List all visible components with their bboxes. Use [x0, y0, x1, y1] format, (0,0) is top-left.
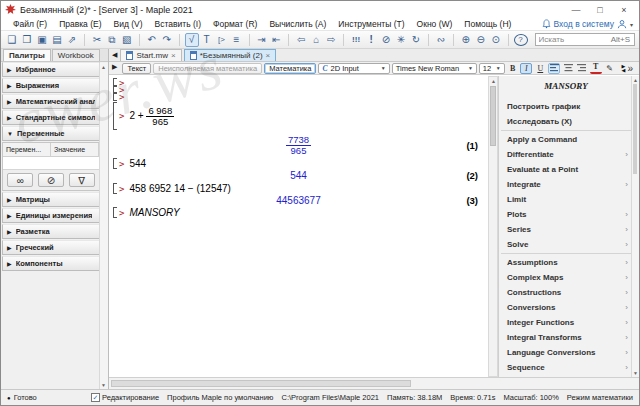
scroll-down-icon[interactable]: ▼ [633, 370, 638, 376]
panel-item-evaluate-at-point[interactable]: Evaluate at a Point [499, 162, 633, 177]
input-style-select[interactable]: C2D Input ▼ [318, 63, 389, 74]
menu-help[interactable]: Помощь (H) [458, 19, 517, 29]
input-group-4[interactable]: > MANSORY [113, 207, 484, 218]
menu-view[interactable]: Вид (V) [108, 19, 149, 29]
math-mode-button[interactable]: Математика [264, 63, 316, 74]
variables-col-value[interactable]: Значение [51, 143, 99, 156]
close-tab-icon[interactable]: × [266, 51, 271, 60]
new-document-icon[interactable]: ❑ [5, 33, 19, 47]
copy-icon[interactable]: ⧉ [105, 33, 119, 47]
more-toolbar-icon[interactable]: » [627, 63, 633, 74]
highlight-pencil-icon[interactable]: ✎ [604, 63, 616, 74]
insert-text-icon[interactable]: T [200, 33, 214, 47]
palette-matrices[interactable]: ▶ Матрицы [2, 192, 100, 207]
input-group-1[interactable]: > 2 + 6 968965 [113, 102, 484, 130]
sidebar-scrollbar[interactable]: ▲ ▼ [99, 63, 108, 389]
indent-icon[interactable]: ⇥ [254, 33, 268, 47]
palette-expressions[interactable]: ▶ Выражения [2, 78, 100, 93]
panel-item-integrate[interactable]: Integrate› [499, 177, 633, 192]
input-group-2[interactable]: > 544 [113, 158, 484, 169]
input-group-3[interactable]: > 458 6952 14 − (12547) [113, 183, 484, 194]
menu-evaluate[interactable]: Вычислить (A) [263, 19, 332, 29]
section-nav-icons[interactable]: ▶ ◀ [622, 64, 626, 72]
search-input[interactable] [536, 35, 610, 44]
redo-icon[interactable]: ↷ [160, 33, 174, 47]
math-input-3[interactable]: 458 6952 14 − (12547) [129, 183, 230, 194]
scrollbar-thumb[interactable] [633, 84, 637, 174]
text-mode-button[interactable]: Текст [122, 63, 151, 74]
scrollbar-thumb[interactable] [490, 86, 496, 146]
worksheet-area[interactable]: > > > > 2 + 6 968965 7738965 (1) > 544 5 [109, 76, 488, 377]
scroll-up-icon[interactable]: ▲ [491, 78, 496, 84]
palette-greek[interactable]: ▶ Греческий [2, 240, 100, 255]
palette-components[interactable]: ▶ Компоненты [2, 256, 100, 271]
panel-item-complex-maps[interactable]: Complex Maps› [499, 270, 633, 285]
panel-item-constructions[interactable]: Constructions› [499, 285, 633, 300]
search-box[interactable]: Alt+S [535, 33, 635, 46]
insert-math-icon[interactable]: √ [185, 33, 199, 47]
underline-button[interactable]: U [534, 63, 546, 74]
panel-item-apply-command[interactable]: Apply a Command [499, 132, 633, 147]
align-center-icon[interactable] [562, 63, 574, 74]
menu-file[interactable]: Файл (F) [7, 19, 53, 29]
palette-units[interactable]: ▶ Единицы измерения [2, 208, 100, 223]
menu-edit[interactable]: Правка (E) [53, 19, 107, 29]
filter-variables-icon[interactable]: ∇ [69, 173, 95, 187]
paste-icon[interactable]: ▧ [120, 33, 134, 47]
panel-item-differentiate[interactable]: Differentiate› [499, 147, 633, 162]
palette-layout[interactable]: ▶ Разметка [2, 224, 100, 239]
sign-in-caret[interactable]: ▾ [630, 21, 633, 28]
font-family-select[interactable]: Times New Roman ▼ [392, 63, 477, 74]
tab-untitled-2[interactable]: *Безымянный (2) × [184, 49, 277, 61]
horizontal-scrollbar[interactable] [109, 377, 639, 389]
panel-item-limit[interactable]: Limit [499, 192, 633, 207]
align-left-icon[interactable] [548, 63, 560, 74]
panel-item-language-conversions[interactable]: Language Conversions› [499, 345, 633, 360]
bold-button[interactable]: B [507, 63, 519, 74]
panel-item-explore[interactable]: Исследовать (X) [499, 114, 633, 129]
tab-workbook[interactable]: Workbook [52, 49, 100, 61]
font-color-icon[interactable]: T [590, 63, 602, 74]
sign-in-label[interactable]: Вход в систему [554, 19, 614, 29]
math-input-2[interactable]: 544 [129, 158, 146, 169]
menu-insert[interactable]: Вставить (I) [149, 19, 207, 29]
italic-button[interactable]: I [520, 63, 532, 74]
debug-icon[interactable]: ✳ [394, 33, 408, 47]
scroll-tabs-left-icon[interactable]: ◀ [112, 51, 117, 59]
panel-item-conversions[interactable]: Conversions› [499, 300, 633, 315]
person-icon[interactable] [617, 19, 627, 29]
scrollbar-thumb[interactable] [111, 380, 411, 387]
collapse-sidebar-icon[interactable]: ▶ [112, 63, 117, 71]
panel-item-sequence[interactable]: Sequence› [499, 360, 633, 375]
sign-in-area[interactable]: Вход в систему ▾ [542, 19, 633, 29]
save-icon[interactable]: ▣ [35, 33, 49, 47]
back-icon[interactable]: ⇦ [294, 33, 308, 47]
export-icon[interactable]: ⇗ [65, 33, 79, 47]
execute-all-icon[interactable]: !!! [349, 33, 363, 47]
variables-col-name[interactable]: Перемен... [3, 143, 51, 156]
checkbox-check-icon[interactable]: ✓ [91, 393, 100, 402]
show-variables-icon[interactable]: ∞ [7, 173, 33, 187]
forward-icon[interactable]: ⇨ [324, 33, 338, 47]
panel-item-plots[interactable]: Plots› [499, 207, 633, 222]
panel-scrollbar[interactable]: ▲ ▼ [631, 76, 639, 377]
restart-icon[interactable]: ↻ [409, 33, 423, 47]
tab-startmw[interactable]: Start.mw × [120, 49, 181, 61]
scroll-up-icon[interactable]: ▲ [633, 77, 638, 83]
menu-window[interactable]: Окно (W) [411, 19, 459, 29]
math-input-1[interactable]: 2 + 6 968965 [129, 106, 174, 127]
zoom-reset-icon[interactable]: ⊙ [489, 33, 503, 47]
close-tab-icon[interactable]: × [171, 51, 176, 60]
nonexecutable-math-button[interactable]: Неисполняемая математика [153, 63, 262, 74]
menu-format[interactable]: Формат (R) [207, 19, 263, 29]
undo-icon[interactable]: ↶ [145, 33, 159, 47]
help-icon[interactable]: ? [514, 34, 528, 46]
scroll-down-icon[interactable]: ▼ [101, 382, 106, 388]
home-icon[interactable]: ⌂ [309, 33, 323, 47]
cut-icon[interactable]: ✂ [90, 33, 104, 47]
palette-favorites[interactable]: ▶ Избранное [2, 62, 100, 77]
empty-prompt-group[interactable]: > [113, 92, 484, 101]
font-size-select[interactable]: 12 ▼ [479, 63, 505, 74]
triangle-left-icon[interactable]: ◀ [622, 68, 626, 72]
worksheet-scrollbar[interactable]: ▲ [488, 76, 498, 377]
